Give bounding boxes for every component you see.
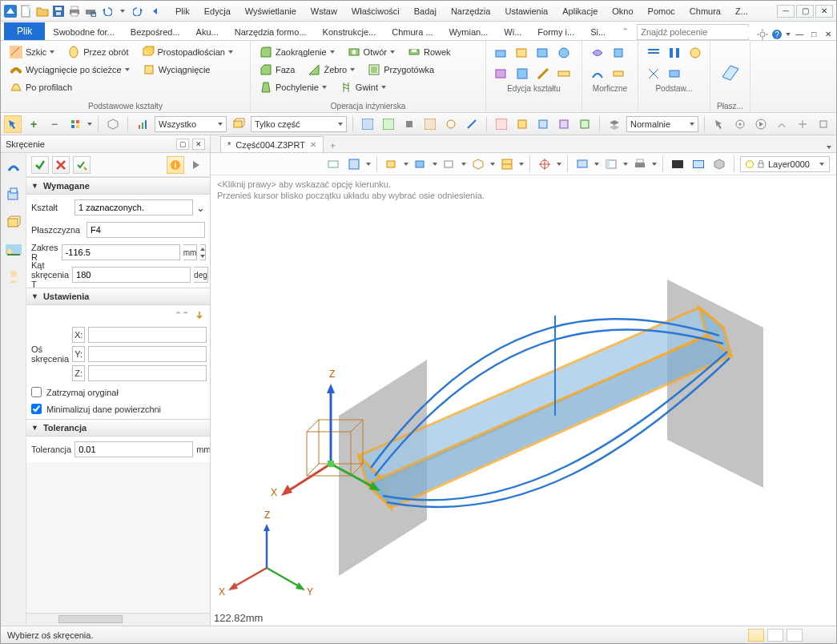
mdi-close[interactable]: ✕: [823, 30, 834, 39]
vt-target-icon[interactable]: [536, 155, 553, 173]
info-toggle[interactable]: i: [167, 156, 184, 174]
vt-cube1-drop[interactable]: [404, 163, 408, 166]
ribbon-tab-4[interactable]: Konstrukcje...: [315, 24, 384, 40]
menu-chmura[interactable]: Chmura: [683, 4, 727, 18]
status-btn-2[interactable]: [767, 629, 783, 642]
back-icon[interactable]: [148, 5, 161, 18]
ts-a1[interactable]: [359, 115, 376, 133]
edit-icon-4[interactable]: [555, 44, 573, 62]
btn-prostopadloscian[interactable]: Prostopadłościan: [139, 44, 235, 60]
edit-icon-3[interactable]: [534, 44, 552, 62]
ts-hexagon-icon[interactable]: [104, 115, 122, 133]
shape-value[interactable]: [74, 199, 193, 215]
angle-value[interactable]: [72, 267, 191, 283]
keep-original-checkbox[interactable]: [31, 387, 42, 397]
base-icon-3[interactable]: [686, 44, 704, 62]
ribbon-tab-5[interactable]: Chmura ...: [384, 24, 441, 40]
edit-icon-1[interactable]: [493, 44, 510, 62]
side-nav-icon-1[interactable]: [6, 159, 22, 175]
vt-printer-drop[interactable]: [652, 163, 657, 166]
filter-combo-1[interactable]: Wszystko: [155, 116, 227, 132]
ribbon-tab-9[interactable]: Si...: [582, 24, 614, 40]
ts-plus-icon[interactable]: +: [25, 115, 42, 133]
vt-hex-drop[interactable]: [490, 163, 495, 166]
ts-filter-icon[interactable]: [66, 115, 84, 133]
vt-solid-black[interactable]: [669, 155, 686, 173]
command-search-input[interactable]: [641, 27, 751, 37]
ribbon-tab-6[interactable]: Wymian...: [441, 24, 497, 40]
qat-dropdown-icon[interactable]: [116, 5, 129, 18]
vt-printer-icon[interactable]: [631, 155, 649, 173]
menu-edycja[interactable]: Edycja: [198, 4, 237, 18]
vt-solid-iso[interactable]: [710, 155, 728, 173]
vt-shaded-drop[interactable]: [519, 163, 524, 166]
btn-szkic[interactable]: Szkic: [7, 44, 57, 60]
btn-otwor[interactable]: Otwór: [345, 44, 397, 60]
vt-solid-frame[interactable]: [690, 155, 707, 173]
ts-box3d-icon[interactable]: [230, 115, 247, 133]
vt-wireframe[interactable]: [441, 155, 458, 173]
side-nav-icon-2[interactable]: [6, 187, 22, 203]
save-icon[interactable]: [52, 5, 65, 18]
btn-przygotowka[interactable]: Przygotówka: [365, 62, 437, 78]
edit-icon-2[interactable]: [513, 44, 531, 62]
ribbon-tab-7[interactable]: Wi...: [496, 24, 529, 40]
btn-zaokraglenie[interactable]: Zaokrąglenie: [257, 44, 337, 60]
window-restore[interactable]: ▢: [796, 5, 814, 18]
ts-a4[interactable]: [421, 115, 439, 133]
morph-icon-4[interactable]: [610, 65, 627, 83]
ts-filter-dropdown[interactable]: [87, 123, 92, 126]
menu-badaj[interactable]: Badaj: [408, 4, 443, 18]
command-search[interactable]: [637, 24, 749, 40]
ts-c1[interactable]: [710, 115, 728, 133]
menu-aplikacje[interactable]: Aplikacje: [556, 4, 604, 18]
vt-sidepanel-icon[interactable]: [602, 155, 620, 173]
menu-ustawienia[interactable]: Ustawienia: [498, 4, 554, 18]
layer-selector[interactable]: Layer0000: [740, 156, 830, 172]
menu-wstaw[interactable]: Wstaw: [304, 4, 344, 18]
axis-y-input[interactable]: [88, 346, 207, 362]
base-icon-5[interactable]: [666, 65, 683, 83]
ribbon-tab-8[interactable]: Formy i...: [529, 24, 582, 40]
plane-icon[interactable]: [719, 61, 742, 83]
ts-a6[interactable]: [463, 115, 481, 133]
tabs-overflow-icon[interactable]: [827, 146, 831, 149]
menu-narzedzia[interactable]: Narzędzia: [445, 4, 497, 18]
3d-viewport[interactable]: <Kliknij prawy> aby wskazać opcję kierun…: [211, 175, 836, 626]
vt-cube2[interactable]: [412, 155, 429, 173]
ts-b3[interactable]: [534, 115, 552, 133]
settings-pick-icon[interactable]: [194, 310, 205, 321]
plane-value[interactable]: [87, 222, 205, 238]
morph-icon-2[interactable]: [610, 44, 627, 62]
ribbon-tab-0[interactable]: Swobodne for...: [45, 24, 122, 40]
new-file-icon[interactable]: [20, 5, 33, 18]
ts-b2[interactable]: [513, 115, 531, 133]
panel-hscroll[interactable]: [26, 613, 210, 626]
filter-combo-2[interactable]: Tylko część: [251, 116, 347, 132]
ts-b5[interactable]: [576, 115, 594, 133]
btn-rowek[interactable]: Rowek: [405, 44, 453, 60]
morph-icon-3[interactable]: [589, 65, 606, 83]
edit-icon-6[interactable]: [513, 65, 531, 83]
vt-2-drop[interactable]: [366, 163, 371, 166]
axis-z-input[interactable]: [88, 365, 207, 381]
ts-c5[interactable]: [794, 115, 811, 133]
panel-close-icon[interactable]: ✕: [192, 139, 205, 150]
shape-pick-icon[interactable]: ⌄: [196, 199, 205, 215]
morph-icon-1[interactable]: [589, 44, 606, 62]
side-nav-icon-4[interactable]: [6, 241, 22, 257]
btn-wyciagniecie-sciezka[interactable]: Wyciągnięcie po ścieżce: [7, 62, 132, 78]
ribbon-collapse-icon[interactable]: ⌃: [614, 23, 637, 40]
document-tab[interactable]: * Część004.Z3PRT ✕: [220, 136, 324, 152]
btn-gwint[interactable]: Gwint: [337, 79, 388, 95]
status-btn-1[interactable]: [748, 629, 764, 642]
vt-1[interactable]: [324, 155, 342, 173]
vt-screen-icon[interactable]: [573, 155, 591, 173]
print-icon[interactable]: [68, 5, 81, 18]
new-tab-button[interactable]: ＋: [325, 138, 341, 152]
apply-button[interactable]: [73, 156, 91, 174]
ts-c4[interactable]: [773, 115, 791, 133]
base-icon-4[interactable]: [645, 65, 662, 83]
btn-przez-obrot[interactable]: Przez obrót: [65, 44, 131, 60]
minimize-checkbox[interactable]: [31, 404, 42, 414]
